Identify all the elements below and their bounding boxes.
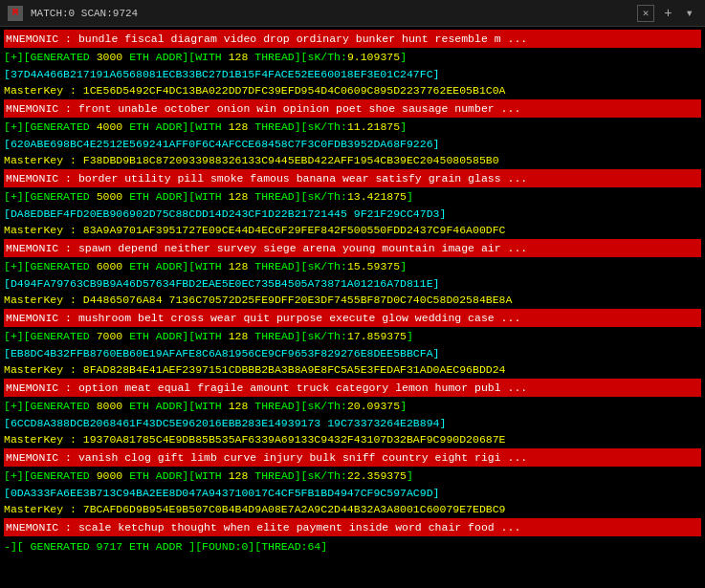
content-row-13: [+][GENERATED 6000 ETH ADDR][WITH 128 TH… [4,258,701,274]
content-row-3: MasterKey : 1CE56D5492CF4DC13BA022DD7DFC… [4,82,701,98]
content-row-27: MasterKey : 7BCAFD6D9B954E9B507C0B4B4D9A… [4,501,701,517]
title-bar: M MATCH:0 SCAN:9724 ✕ + ▾ [0,0,705,27]
content-row-2: [37D4A466B217191A6568081ECB33BC27D1B15F4… [4,66,701,82]
main-content: MNEMONIC : bundle fiscal diagram video d… [0,27,705,588]
content-row-5: [+][GENERATED 4000 ETH ADDR][WITH 128 TH… [4,119,701,135]
title-bar-title: MATCH:0 SCAN:9724 [31,8,138,19]
content-row-0: MNEMONIC : bundle fiscal diagram video d… [4,30,701,48]
content-row-24: MNEMONIC : vanish clog gift limb curve i… [4,448,701,467]
content-row-11: MasterKey : 83A9A9701AF3951727E09CE44D4E… [4,222,701,238]
content-row-21: [+][GENERATED 8000 ETH ADDR][WITH 128 TH… [4,398,701,414]
app-icon: M [8,6,23,21]
content-row-25: [+][GENERATED 9000 ETH ADDR][WITH 128 TH… [4,468,701,484]
content-row-19: MasterKey : 8FAD828B4E41AEF2397151CDBBB2… [4,361,701,378]
content-row-8: MNEMONIC : border utility pill smoke fam… [4,169,701,187]
content-row-22: [6CCD8A388DCB2068461F43DC5E962016EBB283E… [4,415,701,431]
content-row-4: MNEMONIC : front unable october onion wi… [4,99,701,118]
new-tab-icon[interactable]: + [660,6,675,21]
close-icon[interactable]: ✕ [637,5,654,22]
content-row-16: MNEMONIC : mushroom belt cross wear quit… [4,309,701,327]
content-row-1: [+][GENERATED 3000 ETH ADDR][WITH 128 TH… [4,49,701,65]
content-row-26: [0DA333FA6EE3B713C94BA2EE8D047A943710017… [4,485,701,501]
content-row-14: [D494FA79763CB9B9A46D57634FBD2EAE5E0EC73… [4,275,701,292]
content-row-20: MNEMONIC : option meat equal fragile amo… [4,379,701,397]
content-row-12: MNEMONIC : spawn depend neither survey s… [4,239,701,257]
content-row-23: MasterKey : 19370A81785C4E9DB85B535AF633… [4,431,701,447]
content-row-15: MasterKey : D44865076A84 7136C70572D25FE… [4,292,701,308]
content-row-6: [620ABE698BC4E2512E569241AFF0F6C4AFCCE68… [4,136,701,152]
content-row-9: [+][GENERATED 5000 ETH ADDR][WITH 128 TH… [4,188,701,205]
content-row-10: [DA8EDBEF4FD20EB906902D75C88CDD14D243CF1… [4,206,701,222]
content-row-7: MasterKey : F38DBD9B18C8720933988326133C… [4,152,701,168]
dropdown-icon[interactable]: ▾ [682,5,697,21]
content-row-28: MNEMONIC : scale ketchup thought when el… [4,518,701,536]
content-row-17: [+][GENERATED 7000 ETH ADDR][WITH 128 TH… [4,328,701,344]
content-row-29: -][ GENERATED 9717 ETH ADDR ][FOUND:0][T… [4,538,701,555]
content-row-18: [EB8DC4B32FFB8760EB60E19AFAFE8C6A81956CE… [4,345,701,361]
